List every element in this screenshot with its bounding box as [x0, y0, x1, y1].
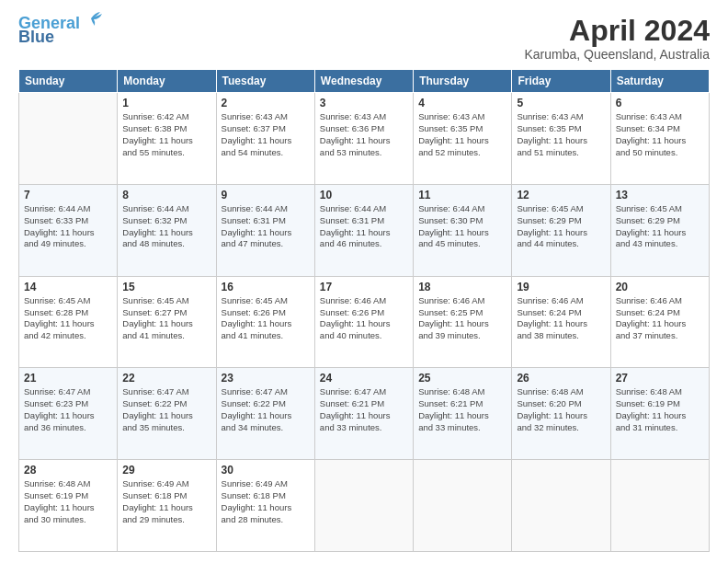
calendar-cell: 10Sunrise: 6:44 AM Sunset: 6:31 PM Dayli…	[314, 184, 413, 276]
calendar-week-row: 1Sunrise: 6:42 AM Sunset: 6:38 PM Daylig…	[19, 93, 710, 185]
calendar-cell: 29Sunrise: 6:49 AM Sunset: 6:18 PM Dayli…	[118, 460, 216, 552]
calendar-cell: 18Sunrise: 6:46 AM Sunset: 6:25 PM Dayli…	[414, 276, 512, 368]
day-number: 12	[517, 189, 605, 201]
day-header-monday: Monday	[118, 70, 216, 93]
calendar-cell: 15Sunrise: 6:45 AM Sunset: 6:27 PM Dayli…	[118, 276, 216, 368]
logo: General Blue	[18, 15, 102, 47]
day-number: 15	[122, 281, 210, 293]
day-number: 2	[222, 97, 310, 109]
cell-info: Sunrise: 6:43 AM Sunset: 6:37 PM Dayligh…	[222, 111, 310, 158]
month-title: April 2024	[524, 15, 710, 47]
cell-info: Sunrise: 6:44 AM Sunset: 6:31 PM Dayligh…	[222, 203, 310, 250]
cell-info: Sunrise: 6:43 AM Sunset: 6:34 PM Dayligh…	[616, 111, 704, 158]
day-number: 17	[320, 281, 408, 293]
day-number: 1	[122, 97, 210, 109]
calendar-cell: 27Sunrise: 6:48 AM Sunset: 6:19 PM Dayli…	[610, 368, 709, 460]
cell-info: Sunrise: 6:48 AM Sunset: 6:21 PM Dayligh…	[418, 386, 506, 433]
calendar-cell: 5Sunrise: 6:43 AM Sunset: 6:35 PM Daylig…	[512, 93, 610, 185]
subtitle: Karumba, Queensland, Australia	[524, 47, 710, 62]
day-number: 6	[616, 97, 704, 109]
cell-info: Sunrise: 6:49 AM Sunset: 6:18 PM Dayligh…	[222, 478, 310, 525]
cell-info: Sunrise: 6:43 AM Sunset: 6:36 PM Dayligh…	[320, 111, 408, 158]
day-number: 29	[122, 464, 210, 477]
calendar-cell	[19, 93, 118, 185]
calendar-cell	[414, 460, 512, 552]
calendar-cell	[512, 460, 610, 552]
logo-bird-icon	[82, 11, 102, 28]
day-number: 24	[320, 372, 408, 385]
logo-blue: Blue	[18, 28, 54, 47]
day-number: 13	[616, 189, 704, 201]
day-header-sunday: Sunday	[19, 70, 118, 93]
day-header-saturday: Saturday	[610, 70, 709, 93]
calendar-cell: 26Sunrise: 6:48 AM Sunset: 6:20 PM Dayli…	[512, 368, 610, 460]
day-header-wednesday: Wednesday	[314, 70, 413, 93]
calendar-cell: 8Sunrise: 6:44 AM Sunset: 6:32 PM Daylig…	[118, 184, 216, 276]
cell-info: Sunrise: 6:46 AM Sunset: 6:25 PM Dayligh…	[418, 295, 506, 342]
calendar-cell: 7Sunrise: 6:44 AM Sunset: 6:33 PM Daylig…	[19, 184, 118, 276]
cell-info: Sunrise: 6:45 AM Sunset: 6:29 PM Dayligh…	[517, 203, 605, 250]
day-number: 3	[320, 97, 408, 109]
day-number: 4	[418, 97, 506, 109]
day-number: 21	[24, 372, 112, 385]
day-number: 14	[24, 281, 112, 293]
day-number: 8	[122, 189, 210, 201]
cell-info: Sunrise: 6:47 AM Sunset: 6:22 PM Dayligh…	[222, 386, 310, 433]
cell-info: Sunrise: 6:47 AM Sunset: 6:22 PM Dayligh…	[122, 386, 210, 433]
day-number: 9	[222, 189, 310, 201]
day-number: 10	[320, 189, 408, 201]
cell-info: Sunrise: 6:45 AM Sunset: 6:27 PM Dayligh…	[122, 295, 210, 342]
calendar-cell: 30Sunrise: 6:49 AM Sunset: 6:18 PM Dayli…	[216, 460, 314, 552]
cell-info: Sunrise: 6:46 AM Sunset: 6:24 PM Dayligh…	[616, 295, 704, 342]
day-number: 23	[222, 372, 310, 385]
calendar-cell: 16Sunrise: 6:45 AM Sunset: 6:26 PM Dayli…	[216, 276, 314, 368]
day-number: 7	[24, 189, 112, 201]
calendar-cell: 14Sunrise: 6:45 AM Sunset: 6:28 PM Dayli…	[19, 276, 118, 368]
calendar-cell	[314, 460, 413, 552]
calendar-week-row: 7Sunrise: 6:44 AM Sunset: 6:33 PM Daylig…	[19, 184, 710, 276]
calendar-cell: 19Sunrise: 6:46 AM Sunset: 6:24 PM Dayli…	[512, 276, 610, 368]
cell-info: Sunrise: 6:44 AM Sunset: 6:32 PM Dayligh…	[122, 203, 210, 250]
calendar-cell: 28Sunrise: 6:48 AM Sunset: 6:19 PM Dayli…	[19, 460, 118, 552]
calendar-cell: 17Sunrise: 6:46 AM Sunset: 6:26 PM Dayli…	[314, 276, 413, 368]
page: General Blue April 2024 Karumba, Queensl…	[0, 0, 728, 563]
cell-info: Sunrise: 6:45 AM Sunset: 6:28 PM Dayligh…	[24, 295, 112, 342]
cell-info: Sunrise: 6:46 AM Sunset: 6:24 PM Dayligh…	[517, 295, 605, 342]
day-number: 18	[418, 281, 506, 293]
day-number: 27	[616, 372, 704, 385]
day-header-thursday: Thursday	[414, 70, 512, 93]
calendar-week-row: 21Sunrise: 6:47 AM Sunset: 6:23 PM Dayli…	[19, 368, 710, 460]
calendar-cell: 20Sunrise: 6:46 AM Sunset: 6:24 PM Dayli…	[610, 276, 709, 368]
cell-info: Sunrise: 6:45 AM Sunset: 6:26 PM Dayligh…	[222, 295, 310, 342]
day-number: 25	[418, 372, 506, 385]
cell-info: Sunrise: 6:46 AM Sunset: 6:26 PM Dayligh…	[320, 295, 408, 342]
calendar-cell: 25Sunrise: 6:48 AM Sunset: 6:21 PM Dayli…	[414, 368, 512, 460]
calendar-cell: 13Sunrise: 6:45 AM Sunset: 6:29 PM Dayli…	[610, 184, 709, 276]
cell-info: Sunrise: 6:45 AM Sunset: 6:29 PM Dayligh…	[616, 203, 704, 250]
calendar-week-row: 14Sunrise: 6:45 AM Sunset: 6:28 PM Dayli…	[19, 276, 710, 368]
calendar-cell: 24Sunrise: 6:47 AM Sunset: 6:21 PM Dayli…	[314, 368, 413, 460]
calendar-cell: 12Sunrise: 6:45 AM Sunset: 6:29 PM Dayli…	[512, 184, 610, 276]
calendar-cell: 11Sunrise: 6:44 AM Sunset: 6:30 PM Dayli…	[414, 184, 512, 276]
header: General Blue April 2024 Karumba, Queensl…	[18, 15, 710, 62]
cell-info: Sunrise: 6:44 AM Sunset: 6:30 PM Dayligh…	[418, 203, 506, 250]
calendar-cell: 3Sunrise: 6:43 AM Sunset: 6:36 PM Daylig…	[314, 93, 413, 185]
title-block: April 2024 Karumba, Queensland, Australi…	[524, 15, 710, 62]
day-number: 11	[418, 189, 506, 201]
cell-info: Sunrise: 6:44 AM Sunset: 6:31 PM Dayligh…	[320, 203, 408, 250]
calendar-cell: 2Sunrise: 6:43 AM Sunset: 6:37 PM Daylig…	[216, 93, 314, 185]
calendar-week-row: 28Sunrise: 6:48 AM Sunset: 6:19 PM Dayli…	[19, 460, 710, 552]
calendar-header-row: SundayMondayTuesdayWednesdayThursdayFrid…	[19, 70, 710, 93]
cell-info: Sunrise: 6:48 AM Sunset: 6:20 PM Dayligh…	[517, 386, 605, 433]
cell-info: Sunrise: 6:49 AM Sunset: 6:18 PM Dayligh…	[122, 478, 210, 525]
day-number: 22	[122, 372, 210, 385]
day-number: 30	[222, 464, 310, 477]
calendar-cell: 9Sunrise: 6:44 AM Sunset: 6:31 PM Daylig…	[216, 184, 314, 276]
day-number: 28	[24, 464, 112, 477]
calendar-cell: 4Sunrise: 6:43 AM Sunset: 6:35 PM Daylig…	[414, 93, 512, 185]
day-number: 16	[222, 281, 310, 293]
cell-info: Sunrise: 6:44 AM Sunset: 6:33 PM Dayligh…	[24, 203, 112, 250]
calendar-cell: 1Sunrise: 6:42 AM Sunset: 6:38 PM Daylig…	[118, 93, 216, 185]
cell-info: Sunrise: 6:47 AM Sunset: 6:21 PM Dayligh…	[320, 386, 408, 433]
cell-info: Sunrise: 6:43 AM Sunset: 6:35 PM Dayligh…	[517, 111, 605, 158]
